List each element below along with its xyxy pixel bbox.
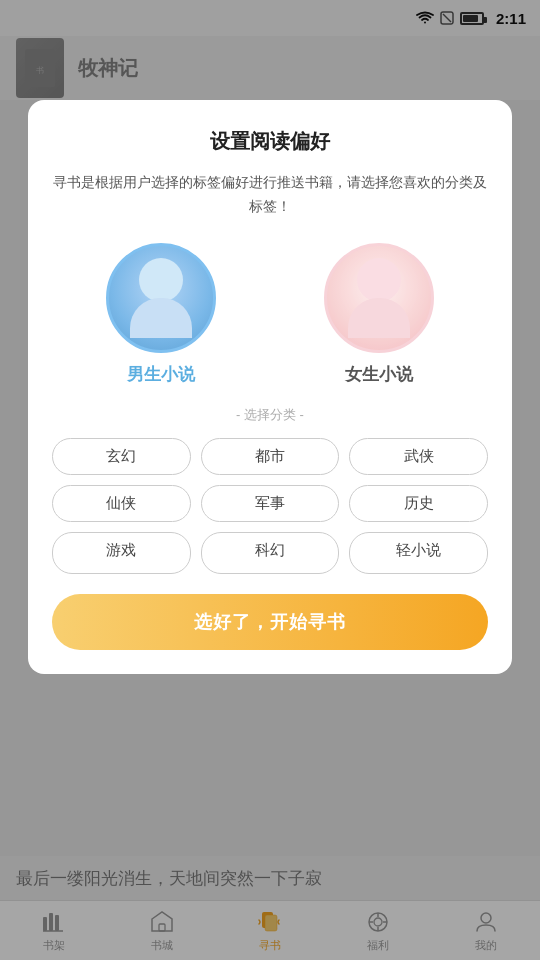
female-option[interactable]: 女生小说	[324, 243, 434, 386]
male-label: 男生小说	[127, 363, 195, 386]
female-avatar	[324, 243, 434, 353]
female-body	[348, 298, 410, 338]
female-figure	[348, 258, 410, 338]
tags-row-1: 玄幻 都市 武侠	[52, 438, 488, 475]
tag-youxi[interactable]: 游戏	[52, 532, 191, 574]
male-figure	[130, 258, 192, 338]
tags-row-2: 仙侠 军事 历史	[52, 485, 488, 522]
tag-qingxiaoshuo[interactable]: 轻小说	[349, 532, 488, 574]
male-body	[130, 298, 192, 338]
gender-selection-row: 男生小说 女生小说	[52, 243, 488, 386]
tag-wuxia[interactable]: 武侠	[349, 438, 488, 475]
tag-xuanhuan[interactable]: 玄幻	[52, 438, 191, 475]
tag-kehuan[interactable]: 科幻	[201, 532, 340, 574]
tag-lishi[interactable]: 历史	[349, 485, 488, 522]
modal-description: 寻书是根据用户选择的标签偏好进行推送书籍，请选择您喜欢的分类及标签！	[52, 171, 488, 219]
male-option[interactable]: 男生小说	[106, 243, 216, 386]
modal-title: 设置阅读偏好	[52, 128, 488, 155]
male-head	[139, 258, 183, 302]
category-divider: - 选择分类 -	[52, 406, 488, 424]
male-avatar	[106, 243, 216, 353]
tag-dushi[interactable]: 都市	[201, 438, 340, 475]
female-label: 女生小说	[345, 363, 413, 386]
tags-row-3: 游戏 科幻 轻小说	[52, 532, 488, 574]
tag-xianxia[interactable]: 仙侠	[52, 485, 191, 522]
female-head	[357, 258, 401, 302]
reading-preference-modal: 设置阅读偏好 寻书是根据用户选择的标签偏好进行推送书籍，请选择您喜欢的分类及标签…	[28, 100, 512, 674]
start-search-button[interactable]: 选好了，开始寻书	[52, 594, 488, 650]
tag-junshi[interactable]: 军事	[201, 485, 340, 522]
